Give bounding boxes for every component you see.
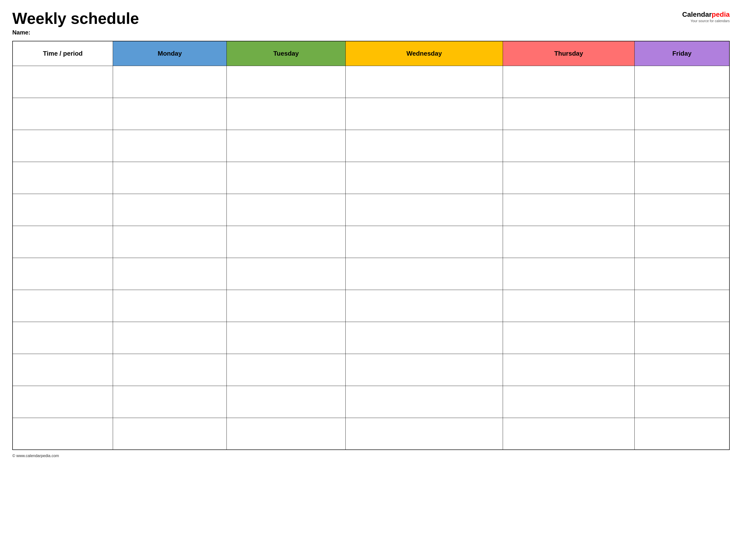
table-cell[interactable] <box>12 354 113 386</box>
table-cell[interactable] <box>503 194 635 226</box>
logo-pedia-part: pedia <box>712 11 730 18</box>
table-cell[interactable] <box>634 354 730 386</box>
schedule-table: Time / period Monday Tuesday Wednesday T… <box>12 41 730 450</box>
table-row <box>12 194 730 226</box>
table-cell[interactable] <box>346 162 503 194</box>
table-cell[interactable] <box>227 194 346 226</box>
table-cell[interactable] <box>12 418 113 450</box>
table-cell[interactable] <box>503 290 635 322</box>
col-header-friday: Friday <box>634 41 730 66</box>
table-row <box>12 130 730 162</box>
table-cell[interactable] <box>12 290 113 322</box>
table-cell[interactable] <box>634 322 730 354</box>
table-cell[interactable] <box>634 226 730 258</box>
table-cell[interactable] <box>346 354 503 386</box>
table-cell[interactable] <box>346 194 503 226</box>
table-cell[interactable] <box>113 162 227 194</box>
table-cell[interactable] <box>12 226 113 258</box>
table-cell[interactable] <box>503 162 635 194</box>
table-cell[interactable] <box>503 66 635 98</box>
table-cell[interactable] <box>346 226 503 258</box>
table-row <box>12 258 730 290</box>
schedule-body <box>12 66 730 450</box>
table-cell[interactable] <box>634 162 730 194</box>
table-cell[interactable] <box>113 354 227 386</box>
table-cell[interactable] <box>503 386 635 418</box>
table-cell[interactable] <box>113 194 227 226</box>
table-cell[interactable] <box>634 290 730 322</box>
table-cell[interactable] <box>227 418 346 450</box>
table-row <box>12 290 730 322</box>
table-row <box>12 66 730 98</box>
table-cell[interactable] <box>503 354 635 386</box>
table-cell[interactable] <box>227 354 346 386</box>
col-header-monday: Monday <box>113 41 227 66</box>
table-cell[interactable] <box>113 386 227 418</box>
table-cell[interactable] <box>346 290 503 322</box>
table-cell[interactable] <box>12 98 113 130</box>
table-cell[interactable] <box>113 290 227 322</box>
table-cell[interactable] <box>227 226 346 258</box>
table-cell[interactable] <box>227 322 346 354</box>
table-cell[interactable] <box>113 66 227 98</box>
header-row: Time / period Monday Tuesday Wednesday T… <box>12 41 730 66</box>
table-cell[interactable] <box>634 386 730 418</box>
table-cell[interactable] <box>634 258 730 290</box>
logo-area: Calendarpedia Your source for calendars <box>682 10 730 23</box>
table-row <box>12 418 730 450</box>
table-cell[interactable] <box>12 194 113 226</box>
table-cell[interactable] <box>503 130 635 162</box>
col-header-tuesday: Tuesday <box>227 41 346 66</box>
table-cell[interactable] <box>634 98 730 130</box>
table-cell[interactable] <box>346 98 503 130</box>
table-cell[interactable] <box>227 290 346 322</box>
table-cell[interactable] <box>634 418 730 450</box>
header-section: Weekly schedule Name: Calendarpedia Your… <box>12 10 730 36</box>
table-cell[interactable] <box>227 386 346 418</box>
table-row <box>12 162 730 194</box>
table-cell[interactable] <box>503 98 635 130</box>
table-cell[interactable] <box>113 258 227 290</box>
table-row <box>12 226 730 258</box>
table-cell[interactable] <box>113 226 227 258</box>
table-cell[interactable] <box>113 322 227 354</box>
table-cell[interactable] <box>12 258 113 290</box>
table-cell[interactable] <box>113 98 227 130</box>
table-cell[interactable] <box>12 162 113 194</box>
footer: © www.calendarpedia.com <box>12 454 730 458</box>
table-cell[interactable] <box>634 66 730 98</box>
table-cell[interactable] <box>503 258 635 290</box>
table-cell[interactable] <box>12 322 113 354</box>
logo-text: Calendarpedia <box>682 11 730 18</box>
col-header-thursday: Thursday <box>503 41 635 66</box>
logo-tagline: Your source for calendars <box>691 19 730 23</box>
table-cell[interactable] <box>227 66 346 98</box>
title-area: Weekly schedule Name: <box>12 10 139 36</box>
table-cell[interactable] <box>346 386 503 418</box>
table-cell[interactable] <box>346 322 503 354</box>
col-header-time: Time / period <box>12 41 113 66</box>
table-cell[interactable] <box>227 98 346 130</box>
table-cell[interactable] <box>12 130 113 162</box>
table-cell[interactable] <box>346 130 503 162</box>
page-title: Weekly schedule <box>12 10 139 27</box>
table-cell[interactable] <box>113 130 227 162</box>
table-cell[interactable] <box>346 66 503 98</box>
table-cell[interactable] <box>227 162 346 194</box>
name-label: Name: <box>12 29 139 36</box>
table-row <box>12 354 730 386</box>
table-row <box>12 386 730 418</box>
table-cell[interactable] <box>12 66 113 98</box>
table-cell[interactable] <box>227 130 346 162</box>
table-cell[interactable] <box>634 130 730 162</box>
table-cell[interactable] <box>346 258 503 290</box>
table-cell[interactable] <box>12 386 113 418</box>
table-row <box>12 98 730 130</box>
table-cell[interactable] <box>503 418 635 450</box>
table-cell[interactable] <box>503 322 635 354</box>
table-cell[interactable] <box>346 418 503 450</box>
table-cell[interactable] <box>503 226 635 258</box>
table-cell[interactable] <box>634 194 730 226</box>
table-cell[interactable] <box>113 418 227 450</box>
table-cell[interactable] <box>227 258 346 290</box>
